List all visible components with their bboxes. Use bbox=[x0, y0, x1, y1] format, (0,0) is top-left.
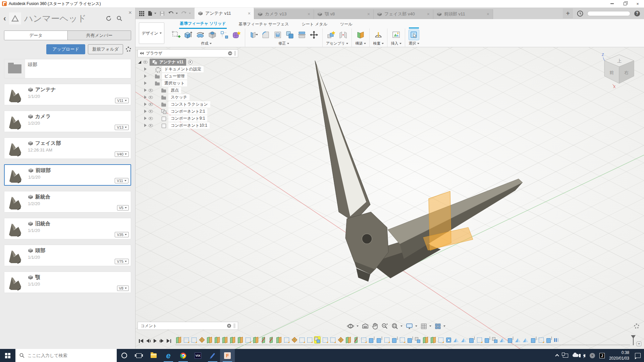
step-back-icon[interactable] bbox=[146, 339, 151, 343]
tree-node-row[interactable]: 選択セット bbox=[138, 80, 238, 86]
document-tab[interactable]: 顎 v8 × bbox=[314, 9, 374, 19]
timeline-feature-icon[interactable] bbox=[438, 337, 444, 343]
data-panel-settings-gear-icon[interactable] bbox=[126, 47, 131, 52]
viewport-3d[interactable]: ブラウザ アンテナ v11 bbox=[136, 47, 644, 349]
step-forward-icon[interactable] bbox=[160, 339, 164, 343]
tree-node-row[interactable]: ドキュメントの設定 bbox=[138, 66, 238, 72]
timeline-feature-icon[interactable] bbox=[245, 337, 251, 343]
action-center-icon[interactable] bbox=[635, 353, 641, 358]
timeline-feature-icon[interactable] bbox=[229, 337, 235, 343]
create-sketch-icon[interactable] bbox=[171, 30, 181, 40]
j-app-tray-icon[interactable]: J bbox=[599, 353, 605, 358]
group-label-select[interactable]: 選択 bbox=[409, 41, 419, 47]
file-menu-icon[interactable] bbox=[147, 10, 157, 17]
upload-button[interactable]: アップロード bbox=[46, 44, 85, 54]
look-at-icon[interactable] bbox=[362, 323, 369, 329]
group-label-create[interactable]: 作成 bbox=[201, 41, 212, 47]
timeline-feature-icon[interactable] bbox=[314, 337, 320, 343]
chrome-icon[interactable] bbox=[176, 349, 191, 362]
group-label-modify[interactable]: 修正 bbox=[278, 41, 289, 47]
visibility-eye-icon[interactable] bbox=[143, 61, 148, 64]
timeline-feature-icon[interactable] bbox=[484, 337, 490, 343]
list-item[interactable]: フェイス部 12:26:31 AM V40 bbox=[4, 137, 131, 159]
search-icon[interactable] bbox=[116, 15, 122, 21]
refresh-icon[interactable] bbox=[106, 15, 112, 21]
restore-button[interactable] bbox=[619, 0, 631, 8]
new-component-icon[interactable] bbox=[326, 30, 336, 40]
visibility-eye-icon[interactable] bbox=[149, 96, 153, 99]
fusion360-taskbar-icon[interactable]: F bbox=[220, 349, 235, 362]
play-icon[interactable] bbox=[154, 339, 157, 343]
timeline-feature-icon[interactable] bbox=[538, 337, 544, 343]
internet-explorer-icon[interactable]: e bbox=[161, 349, 176, 362]
document-tab[interactable]: カメラ v13 × bbox=[254, 9, 314, 19]
comment-badge-icon[interactable] bbox=[227, 324, 231, 328]
minimize-button[interactable] bbox=[606, 0, 619, 8]
press-pull-icon[interactable] bbox=[249, 30, 259, 40]
ribbon-tab[interactable]: ツール bbox=[339, 21, 353, 28]
timeline-feature-icon[interactable] bbox=[546, 337, 552, 343]
timeline-feature-icon[interactable] bbox=[199, 337, 205, 343]
file-explorer-icon[interactable] bbox=[146, 349, 161, 362]
redo-icon[interactable] bbox=[180, 10, 192, 17]
revolve-icon[interactable] bbox=[195, 30, 205, 40]
select-tool-icon[interactable] bbox=[409, 30, 419, 40]
timeline-feature-icon[interactable] bbox=[391, 337, 397, 343]
search-input[interactable] bbox=[28, 353, 105, 358]
skip-to-start-icon[interactable] bbox=[139, 339, 143, 343]
timeline-feature-icon[interactable] bbox=[283, 337, 289, 343]
list-item[interactable]: 頭部 bbox=[4, 59, 131, 78]
fit-icon[interactable] bbox=[391, 323, 402, 329]
insert-canvas-icon[interactable] bbox=[391, 30, 401, 40]
group-label-inspect[interactable]: 検査 bbox=[373, 41, 384, 47]
new-folder-button[interactable]: 新規フォルダ bbox=[88, 44, 123, 54]
timeline-feature-icon[interactable] bbox=[183, 337, 189, 343]
timeline-feature-icon[interactable] bbox=[214, 337, 220, 343]
timeline-feature-icon[interactable] bbox=[268, 337, 274, 343]
comment-bar[interactable]: コメント bbox=[138, 322, 238, 330]
group-label-assemble[interactable]: アセンブリ bbox=[326, 41, 348, 47]
timeline-feature-icon[interactable] bbox=[322, 337, 328, 343]
construction-plane-icon[interactable] bbox=[356, 30, 366, 40]
tree-node-row[interactable]: ビュー管理 bbox=[138, 73, 238, 79]
close-tab-icon[interactable]: × bbox=[308, 11, 310, 17]
timeline-feature-icon[interactable] bbox=[476, 337, 482, 343]
taskbar-search[interactable] bbox=[15, 349, 117, 362]
expand-icon[interactable] bbox=[144, 88, 147, 92]
tray-x-icon[interactable]: × bbox=[590, 353, 595, 358]
list-item[interactable]: 新統合 1/2/20 V5 bbox=[4, 191, 131, 213]
close-button[interactable]: × bbox=[631, 0, 644, 8]
grid-display-icon[interactable] bbox=[421, 323, 431, 329]
hidden-icons-chevron-icon[interactable] bbox=[555, 354, 559, 358]
document-tab[interactable]: フェイス部 v40 × bbox=[374, 9, 433, 19]
timeline-feature-icon[interactable] bbox=[415, 337, 421, 343]
save-icon[interactable] bbox=[159, 10, 166, 17]
version-dropdown[interactable]: V8 bbox=[117, 286, 129, 291]
start-button[interactable] bbox=[0, 349, 15, 362]
skip-to-end-icon[interactable] bbox=[167, 339, 171, 343]
timeline-feature-icon[interactable] bbox=[191, 337, 197, 343]
minimize-panel-icon[interactable] bbox=[228, 51, 232, 55]
pan-icon[interactable] bbox=[372, 323, 378, 329]
close-tab-icon[interactable]: × bbox=[427, 11, 430, 17]
timeline-playhead[interactable] bbox=[631, 335, 636, 347]
document-tab[interactable]: 前頭部 v11 × bbox=[433, 9, 493, 19]
pattern-icon[interactable] bbox=[219, 30, 229, 40]
undo-icon[interactable] bbox=[167, 10, 179, 17]
timeline-feature-icon[interactable] bbox=[422, 337, 428, 343]
timeline-feature-icon[interactable] bbox=[368, 337, 374, 343]
timeline-feature-icon[interactable] bbox=[330, 337, 336, 343]
timeline-feature-icon[interactable] bbox=[337, 337, 343, 343]
timeline-feature-icon[interactable] bbox=[222, 337, 228, 343]
timeline-add-icon[interactable]: + bbox=[637, 342, 641, 346]
timeline-feature-icon[interactable] bbox=[276, 337, 282, 343]
visibility-eye-icon[interactable] bbox=[149, 89, 153, 92]
visibility-eye-icon[interactable] bbox=[149, 103, 153, 106]
expand-icon[interactable] bbox=[144, 96, 147, 99]
data-panel-tab[interactable]: 共有メンバー bbox=[67, 31, 131, 40]
form-icon[interactable] bbox=[231, 30, 241, 40]
expand-icon[interactable] bbox=[138, 61, 141, 64]
collapse-panel-icon[interactable] bbox=[140, 52, 144, 55]
timeline-feature-icon[interactable] bbox=[469, 337, 475, 343]
visibility-eye-icon[interactable] bbox=[149, 110, 153, 113]
